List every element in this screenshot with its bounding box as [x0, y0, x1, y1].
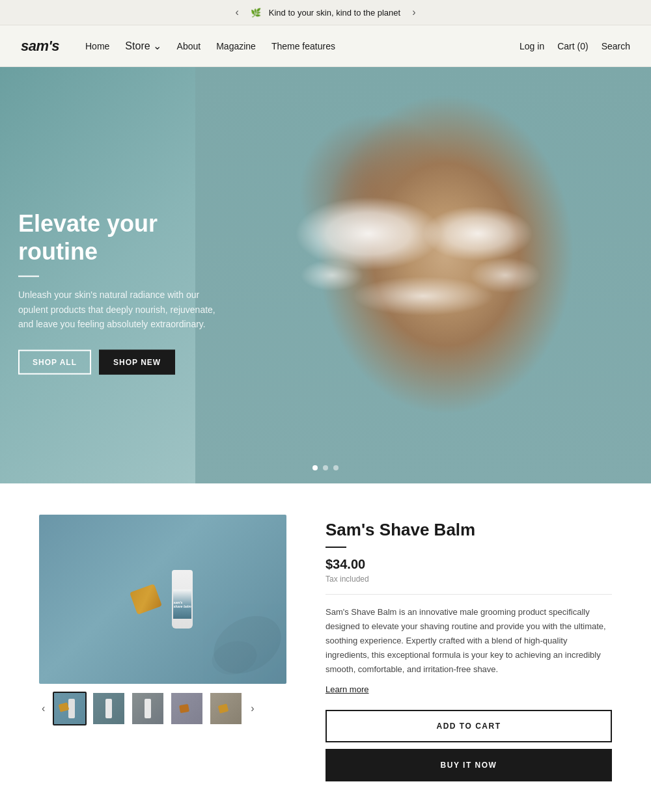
thumbnail-4[interactable]	[170, 692, 204, 725]
announcement-text: Kind to your skin, kind to the planet	[269, 8, 400, 18]
thumbnail-3[interactable]	[131, 692, 165, 725]
nav-links: Home Store ⌄ About Magazine Theme featur…	[85, 40, 519, 52]
bottle-body: sam'sshave balm	[172, 570, 193, 629]
hero-buttons: SHOP ALL SHOP NEW	[18, 349, 227, 374]
hero-dot-2[interactable]	[323, 465, 328, 470]
chevron-down-icon: ⌄	[153, 40, 161, 52]
announcement-next-button[interactable]: ›	[408, 5, 419, 20]
product-gallery: sam'sshave balm ‹	[39, 515, 286, 725]
main-navigation: sam's Home Store ⌄ About Magazine Theme …	[0, 25, 651, 67]
announcement-icon: 🌿	[251, 8, 261, 18]
learn-more-link[interactable]: Learn more	[326, 684, 612, 694]
product-info: Sam's Shave Balm $34.00 Tax included Sam…	[326, 515, 612, 781]
foam-overlay	[195, 67, 651, 483]
login-link[interactable]: Log in	[519, 41, 544, 51]
product-thumbnails: ‹	[39, 692, 286, 725]
product-bottle-display: sam'sshave balm	[133, 570, 193, 629]
product-title: Sam's Shave Balm	[326, 520, 612, 540]
hero-dot-1[interactable]	[312, 465, 318, 470]
nav-store[interactable]: Store ⌄	[125, 40, 161, 52]
product-title-divider	[326, 547, 346, 548]
hero-face-visual	[195, 67, 651, 483]
add-to-cart-button[interactable]: ADD TO CART	[326, 710, 612, 742]
product-main-image: sam'sshave balm	[39, 515, 286, 684]
hero-image	[195, 67, 651, 483]
hero-divider	[18, 276, 39, 277]
hero-dot-3[interactable]	[333, 465, 339, 470]
hero-dots	[312, 465, 339, 470]
nav-right-actions: Log in Cart (0) Search	[519, 41, 630, 51]
shop-all-button[interactable]: SHOP ALL	[18, 349, 91, 374]
announcement-bar: ‹ 🌿 Kind to your skin, kind to the plane…	[0, 0, 651, 25]
cart-link[interactable]: Cart (0)	[557, 41, 588, 51]
search-link[interactable]: Search	[602, 41, 630, 51]
hero-section: Elevate your routine Unleash your skin's…	[0, 67, 651, 483]
product-section: sam'sshave balm ‹	[0, 483, 651, 812]
hero-content: Elevate your routine Unleash your skin's…	[18, 210, 227, 375]
thumbnail-1[interactable]	[53, 692, 87, 725]
nav-magazine[interactable]: Magazine	[216, 41, 256, 51]
shop-new-button[interactable]: SHOP NEW	[99, 349, 175, 374]
nav-about[interactable]: About	[177, 41, 201, 51]
thumbnail-5[interactable]	[209, 692, 243, 725]
brand-logo[interactable]: sam's	[21, 38, 59, 55]
nav-home[interactable]: Home	[85, 41, 109, 51]
bottle-cap	[130, 584, 162, 615]
thumbnails-prev-button[interactable]: ‹	[39, 700, 48, 717]
product-separator	[326, 594, 612, 595]
bottle-label: sam'sshave balm	[173, 589, 191, 619]
leaf-shadow-decoration	[208, 606, 286, 684]
product-description: Sam's Shave Balm is an innovative male g…	[326, 605, 612, 677]
tax-info: Tax included	[326, 575, 612, 584]
thumbnail-2[interactable]	[92, 692, 126, 725]
product-price: $34.00	[326, 557, 612, 572]
nav-theme-features[interactable]: Theme features	[271, 41, 335, 51]
hero-description: Unleash your skin's natural radiance wit…	[18, 288, 227, 331]
announcement-prev-button[interactable]: ‹	[231, 5, 242, 20]
thumbnails-next-button[interactable]: ›	[248, 700, 256, 717]
buy-it-now-button[interactable]: BUY IT NOW	[326, 749, 612, 781]
hero-title: Elevate your routine	[18, 210, 227, 265]
